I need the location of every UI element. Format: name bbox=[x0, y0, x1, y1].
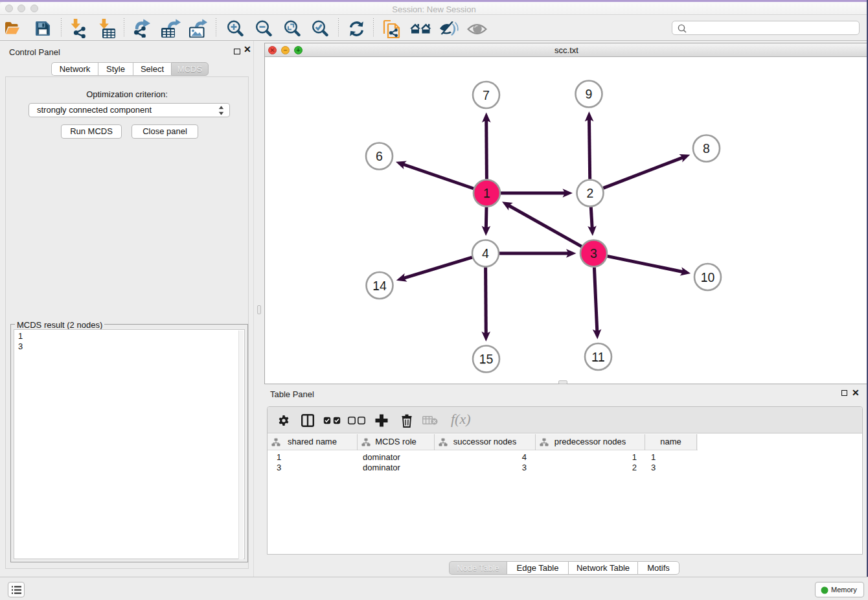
svg-text:1: 1 bbox=[483, 186, 490, 200]
svg-text:11: 11 bbox=[591, 350, 604, 364]
svg-text:8: 8 bbox=[703, 141, 710, 156]
svg-text:14: 14 bbox=[372, 279, 387, 293]
svg-text:3: 3 bbox=[590, 246, 597, 260]
svg-text:15: 15 bbox=[479, 352, 494, 366]
svg-text:7: 7 bbox=[483, 88, 490, 102]
svg-text:10: 10 bbox=[701, 270, 715, 284]
svg-text:6: 6 bbox=[376, 149, 383, 163]
svg-text:9: 9 bbox=[586, 87, 593, 101]
svg-text:2: 2 bbox=[587, 186, 594, 200]
svg-text:4: 4 bbox=[482, 246, 489, 260]
